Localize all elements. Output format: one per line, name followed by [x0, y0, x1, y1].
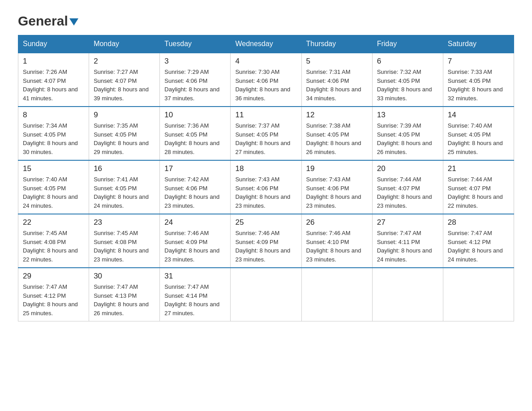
day-number: 21 — [448, 164, 509, 173]
calendar-cell: 30 Sunrise: 7:47 AMSunset: 4:13 PMDaylig… — [89, 268, 160, 321]
calendar-cell: 24 Sunrise: 7:46 AMSunset: 4:09 PMDaylig… — [160, 214, 231, 268]
calendar-table: SundayMondayTuesdayWednesdayThursdayFrid… — [18, 35, 514, 321]
day-info: Sunrise: 7:47 AMSunset: 4:11 PMDaylight:… — [377, 230, 432, 263]
calendar-cell: 27 Sunrise: 7:47 AMSunset: 4:11 PMDaylig… — [372, 214, 443, 268]
day-number: 26 — [306, 218, 368, 227]
day-number: 25 — [235, 218, 296, 227]
col-header-tuesday: Tuesday — [160, 35, 231, 53]
calendar-cell: 28 Sunrise: 7:47 AMSunset: 4:12 PMDaylig… — [443, 214, 514, 268]
calendar-cell: 22 Sunrise: 7:45 AMSunset: 4:08 PMDaylig… — [18, 214, 89, 268]
calendar-cell: 16 Sunrise: 7:41 AMSunset: 4:05 PMDaylig… — [89, 160, 160, 214]
page-header: General — [18, 13, 514, 26]
calendar-cell: 13 Sunrise: 7:39 AMSunset: 4:05 PMDaylig… — [372, 107, 443, 160]
day-info: Sunrise: 7:42 AMSunset: 4:06 PMDaylight:… — [164, 176, 219, 209]
day-number: 14 — [448, 111, 509, 120]
day-number: 6 — [377, 57, 438, 66]
calendar-cell: 10 Sunrise: 7:36 AMSunset: 4:05 PMDaylig… — [160, 107, 231, 160]
calendar-cell — [231, 268, 301, 321]
day-number: 19 — [306, 164, 368, 173]
col-header-thursday: Thursday — [301, 35, 372, 53]
day-info: Sunrise: 7:36 AMSunset: 4:05 PMDaylight:… — [164, 122, 219, 155]
day-info: Sunrise: 7:47 AMSunset: 4:14 PMDaylight:… — [164, 283, 219, 317]
calendar-cell: 1 Sunrise: 7:26 AMSunset: 4:07 PMDayligh… — [18, 53, 89, 107]
calendar-cell: 4 Sunrise: 7:30 AMSunset: 4:06 PMDayligh… — [231, 53, 301, 107]
day-info: Sunrise: 7:39 AMSunset: 4:05 PMDaylight:… — [377, 122, 432, 155]
calendar-week-row: 1 Sunrise: 7:26 AMSunset: 4:07 PMDayligh… — [18, 53, 514, 107]
col-header-wednesday: Wednesday — [231, 35, 301, 53]
day-info: Sunrise: 7:33 AMSunset: 4:05 PMDaylight:… — [448, 68, 503, 102]
calendar-cell: 15 Sunrise: 7:40 AMSunset: 4:05 PMDaylig… — [18, 160, 89, 214]
day-number: 11 — [235, 111, 296, 120]
day-info: Sunrise: 7:44 AMSunset: 4:07 PMDaylight:… — [448, 176, 503, 209]
day-number: 7 — [448, 57, 509, 66]
day-info: Sunrise: 7:26 AMSunset: 4:07 PMDaylight:… — [23, 68, 78, 102]
day-number: 20 — [377, 164, 438, 173]
calendar-cell: 11 Sunrise: 7:37 AMSunset: 4:05 PMDaylig… — [231, 107, 301, 160]
calendar-cell: 19 Sunrise: 7:43 AMSunset: 4:06 PMDaylig… — [301, 160, 372, 214]
day-info: Sunrise: 7:35 AMSunset: 4:05 PMDaylight:… — [94, 122, 149, 155]
day-number: 2 — [94, 57, 155, 66]
day-info: Sunrise: 7:46 AMSunset: 4:09 PMDaylight:… — [164, 230, 219, 263]
day-number: 10 — [164, 111, 226, 120]
day-info: Sunrise: 7:47 AMSunset: 4:12 PMDaylight:… — [448, 230, 503, 263]
day-number: 23 — [94, 218, 155, 227]
day-info: Sunrise: 7:27 AMSunset: 4:07 PMDaylight:… — [94, 68, 149, 102]
day-number: 29 — [23, 272, 84, 281]
day-info: Sunrise: 7:40 AMSunset: 4:05 PMDaylight:… — [448, 122, 503, 155]
day-info: Sunrise: 7:43 AMSunset: 4:06 PMDaylight:… — [306, 176, 361, 209]
calendar-week-row: 22 Sunrise: 7:45 AMSunset: 4:08 PMDaylig… — [18, 214, 514, 268]
calendar-cell: 18 Sunrise: 7:43 AMSunset: 4:06 PMDaylig… — [231, 160, 301, 214]
day-number: 15 — [23, 164, 84, 173]
calendar-cell: 6 Sunrise: 7:32 AMSunset: 4:05 PMDayligh… — [372, 53, 443, 107]
day-number: 4 — [235, 57, 296, 66]
day-info: Sunrise: 7:31 AMSunset: 4:06 PMDaylight:… — [306, 68, 361, 102]
col-header-sunday: Sunday — [18, 35, 89, 53]
day-info: Sunrise: 7:29 AMSunset: 4:06 PMDaylight:… — [164, 68, 219, 102]
day-info: Sunrise: 7:38 AMSunset: 4:05 PMDaylight:… — [306, 122, 361, 155]
calendar-cell: 12 Sunrise: 7:38 AMSunset: 4:05 PMDaylig… — [301, 107, 372, 160]
calendar-header-row: SundayMondayTuesdayWednesdayThursdayFrid… — [18, 35, 514, 53]
day-info: Sunrise: 7:40 AMSunset: 4:05 PMDaylight:… — [23, 176, 78, 209]
day-number: 8 — [23, 111, 84, 120]
day-number: 12 — [306, 111, 368, 120]
day-info: Sunrise: 7:41 AMSunset: 4:05 PMDaylight:… — [94, 176, 149, 209]
day-number: 13 — [377, 111, 438, 120]
logo-general-text: General — [18, 13, 68, 29]
calendar-cell: 8 Sunrise: 7:34 AMSunset: 4:05 PMDayligh… — [18, 107, 89, 160]
day-number: 31 — [164, 272, 226, 281]
day-number: 9 — [94, 111, 155, 120]
day-info: Sunrise: 7:43 AMSunset: 4:06 PMDaylight:… — [235, 176, 290, 209]
day-number: 27 — [377, 218, 438, 227]
day-info: Sunrise: 7:47 AMSunset: 4:12 PMDaylight:… — [23, 283, 78, 317]
col-header-saturday: Saturday — [443, 35, 514, 53]
day-info: Sunrise: 7:32 AMSunset: 4:05 PMDaylight:… — [377, 68, 432, 102]
col-header-monday: Monday — [89, 35, 160, 53]
day-info: Sunrise: 7:46 AMSunset: 4:09 PMDaylight:… — [235, 230, 290, 263]
calendar-cell: 20 Sunrise: 7:44 AMSunset: 4:07 PMDaylig… — [372, 160, 443, 214]
calendar-cell — [301, 268, 372, 321]
day-number: 24 — [164, 218, 226, 227]
logo: General — [18, 13, 78, 26]
day-info: Sunrise: 7:37 AMSunset: 4:05 PMDaylight:… — [235, 122, 290, 155]
day-number: 28 — [448, 218, 509, 227]
calendar-week-row: 15 Sunrise: 7:40 AMSunset: 4:05 PMDaylig… — [18, 160, 514, 214]
calendar-cell: 17 Sunrise: 7:42 AMSunset: 4:06 PMDaylig… — [160, 160, 231, 214]
calendar-cell — [443, 268, 514, 321]
calendar-cell: 23 Sunrise: 7:45 AMSunset: 4:08 PMDaylig… — [89, 214, 160, 268]
logo-triangle-icon — [69, 18, 78, 26]
calendar-cell: 29 Sunrise: 7:47 AMSunset: 4:12 PMDaylig… — [18, 268, 89, 321]
calendar-cell: 25 Sunrise: 7:46 AMSunset: 4:09 PMDaylig… — [231, 214, 301, 268]
day-info: Sunrise: 7:46 AMSunset: 4:10 PMDaylight:… — [306, 230, 361, 263]
day-info: Sunrise: 7:34 AMSunset: 4:05 PMDaylight:… — [23, 122, 78, 155]
calendar-cell: 3 Sunrise: 7:29 AMSunset: 4:06 PMDayligh… — [160, 53, 231, 107]
calendar-cell — [372, 268, 443, 321]
day-info: Sunrise: 7:45 AMSunset: 4:08 PMDaylight:… — [94, 230, 149, 263]
calendar-cell: 5 Sunrise: 7:31 AMSunset: 4:06 PMDayligh… — [301, 53, 372, 107]
day-number: 3 — [164, 57, 226, 66]
calendar-cell: 26 Sunrise: 7:46 AMSunset: 4:10 PMDaylig… — [301, 214, 372, 268]
calendar-cell: 7 Sunrise: 7:33 AMSunset: 4:05 PMDayligh… — [443, 53, 514, 107]
calendar-cell: 21 Sunrise: 7:44 AMSunset: 4:07 PMDaylig… — [443, 160, 514, 214]
calendar-week-row: 8 Sunrise: 7:34 AMSunset: 4:05 PMDayligh… — [18, 107, 514, 160]
day-number: 5 — [306, 57, 368, 66]
day-info: Sunrise: 7:47 AMSunset: 4:13 PMDaylight:… — [94, 283, 149, 317]
